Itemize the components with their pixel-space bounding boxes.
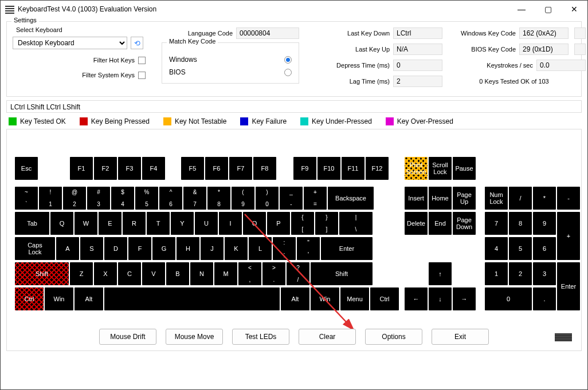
key-down[interactable]: ↓	[429, 287, 452, 310]
key-lshift[interactable]: Shift	[15, 262, 69, 285]
radio-windows[interactable]	[284, 56, 292, 64]
key-quote[interactable]: "'	[297, 237, 320, 260]
key-j[interactable]: J	[201, 237, 224, 260]
key-u[interactable]: U	[195, 212, 218, 235]
key-pgup[interactable]: PageUp	[453, 187, 476, 210]
options-button[interactable]: Options	[365, 329, 422, 345]
key-h[interactable]: H	[177, 237, 199, 260]
key-g[interactable]: G	[152, 237, 175, 260]
key-kpdiv[interactable]: /	[509, 187, 532, 210]
key-8[interactable]: *8	[207, 187, 230, 210]
key-rctrl[interactable]: Ctrl	[370, 287, 399, 310]
key-semicolon[interactable]: :;	[273, 237, 296, 260]
key-2[interactable]: @2	[63, 187, 86, 210]
key-menu[interactable]: Menu	[340, 287, 369, 310]
key-lalt[interactable]: Alt	[75, 287, 103, 310]
test-leds-button[interactable]: Test LEDs	[232, 329, 289, 345]
key-tilde[interactable]: ~`	[15, 187, 38, 210]
key-i[interactable]: I	[219, 212, 242, 235]
key-scrlk[interactable]: ScrollLock	[429, 157, 452, 180]
key-lctrl[interactable]: Ctrl	[15, 287, 44, 310]
key-n[interactable]: N	[190, 262, 213, 285]
key-b[interactable]: B	[166, 262, 189, 285]
key-lwin[interactable]: Win	[45, 287, 73, 310]
key-kp5[interactable]: 5	[509, 237, 532, 260]
key-rshift[interactable]: Shift	[311, 262, 373, 285]
filter-hotkeys-checkbox[interactable]	[138, 57, 146, 64]
key-s[interactable]: S	[80, 237, 103, 260]
key-m[interactable]: M	[214, 262, 237, 285]
key-slash[interactable]: ?/	[287, 262, 309, 285]
key-5[interactable]: %5	[135, 187, 158, 210]
key-rbracket[interactable]: }]	[315, 212, 338, 235]
key-d[interactable]: D	[104, 237, 127, 260]
mouse-move-button[interactable]: Mouse Move	[166, 329, 223, 345]
key-f4[interactable]: F4	[142, 157, 165, 180]
key-kp7[interactable]: 7	[485, 212, 508, 235]
key-esc[interactable]: Esc	[15, 157, 38, 180]
key-home[interactable]: Home	[429, 187, 452, 210]
key-equals[interactable]: +=	[304, 187, 327, 210]
maximize-button[interactable]: ▢	[535, 1, 561, 18]
key-q[interactable]: Q	[50, 212, 73, 235]
key-6[interactable]: ^6	[159, 187, 182, 210]
key-tab[interactable]: Tab	[15, 212, 49, 235]
key-backslash[interactable]: |\	[339, 212, 373, 235]
key-9[interactable]: (9	[232, 187, 254, 210]
key-left[interactable]: ←	[405, 287, 428, 310]
key-space[interactable]	[104, 287, 280, 310]
key-kp3[interactable]: 3	[533, 262, 556, 285]
key-right[interactable]: →	[453, 287, 476, 310]
key-w[interactable]: W	[75, 212, 97, 235]
key-c[interactable]: C	[118, 262, 141, 285]
key-e[interactable]: E	[99, 212, 121, 235]
key-period[interactable]: >.	[262, 262, 285, 285]
keyboard-select[interactable]: Desktop Keyboard	[13, 37, 127, 49]
key-f[interactable]: F	[128, 237, 151, 260]
key-f9[interactable]: F9	[293, 157, 316, 180]
key-f1[interactable]: F1	[70, 157, 93, 180]
key-caps[interactable]: CapsLock	[15, 237, 55, 260]
key-1[interactable]: !1	[39, 187, 62, 210]
key-kpplus[interactable]: +	[557, 212, 580, 260]
refresh-button[interactable]: ⟲	[131, 37, 143, 49]
key-3[interactable]: #3	[87, 187, 110, 210]
key-kp6[interactable]: 6	[533, 237, 556, 260]
key-backspace[interactable]: Backspace	[328, 187, 374, 210]
key-kp4[interactable]: 4	[485, 237, 508, 260]
key-f8[interactable]: F8	[253, 157, 276, 180]
key-a[interactable]: A	[56, 237, 79, 260]
key-lbracket[interactable]: {[	[291, 212, 314, 235]
key-o[interactable]: O	[243, 212, 266, 235]
key-kpenter[interactable]: Enter	[557, 262, 580, 310]
key-kp8[interactable]: 8	[509, 212, 532, 235]
key-end[interactable]: End	[429, 212, 452, 235]
key-v[interactable]: V	[142, 262, 165, 285]
key-ralt[interactable]: Alt	[281, 287, 309, 310]
key-l[interactable]: L	[249, 237, 272, 260]
key-z[interactable]: Z	[70, 262, 93, 285]
key-kpmin[interactable]: -	[557, 187, 580, 210]
key-up[interactable]: ↑	[429, 262, 452, 285]
key-r[interactable]: R	[123, 212, 146, 235]
key-f6[interactable]: F6	[205, 157, 228, 180]
key-kpmul[interactable]: *	[533, 187, 556, 210]
key-f7[interactable]: F7	[229, 157, 252, 180]
key-7[interactable]: &7	[183, 187, 206, 210]
key-x[interactable]: X	[94, 262, 117, 285]
key-f11[interactable]: F11	[342, 157, 364, 180]
key-0[interactable]: )0	[256, 187, 279, 210]
key-f5[interactable]: F5	[181, 157, 204, 180]
key-comma[interactable]: <,	[238, 262, 261, 285]
key-insert[interactable]: Insert	[405, 187, 428, 210]
key-f3[interactable]: F3	[118, 157, 141, 180]
clear-button[interactable]: Clear	[299, 329, 356, 345]
key-4[interactable]: $4	[111, 187, 134, 210]
key-kp9[interactable]: 9	[533, 212, 556, 235]
key-rwin[interactable]: Win	[311, 287, 339, 310]
key-prtsc[interactable]: PrintScreen	[405, 157, 428, 180]
key-kpdot[interactable]: .	[533, 287, 556, 310]
key-f2[interactable]: F2	[94, 157, 117, 180]
exit-button[interactable]: Exit	[432, 329, 489, 345]
key-minus[interactable]: _-	[280, 187, 303, 210]
